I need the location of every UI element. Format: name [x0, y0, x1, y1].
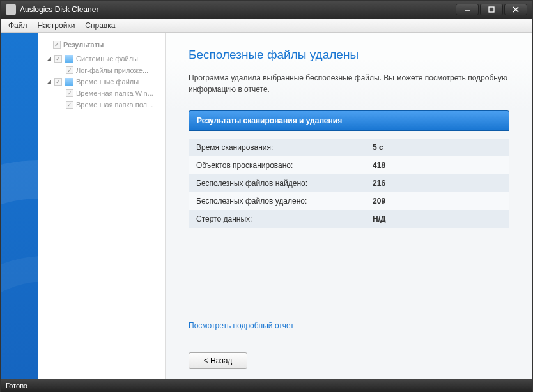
- titlebar[interactable]: Auslogics Disk Cleaner: [1, 1, 532, 19]
- button-bar: < Назад: [189, 343, 509, 369]
- checkbox-icon[interactable]: ✓: [66, 89, 73, 97]
- checkbox-icon[interactable]: ✓: [66, 101, 73, 109]
- tree-label: Лог-файлы приложе...: [76, 66, 148, 74]
- checkbox-icon[interactable]: ✓: [54, 78, 62, 86]
- folder-icon: [65, 78, 73, 86]
- content-panel: Бесполезные файлы удалены Программа удал…: [166, 33, 532, 379]
- window-title: Auslogics Disk Cleaner: [20, 5, 456, 14]
- tree-results[interactable]: ✓ Результаты: [40, 39, 162, 50]
- tree-panel: ✓ Результаты ◢ ✓ Системные файлы ✓ Лог-ф…: [38, 33, 166, 379]
- menu-file[interactable]: Файл: [3, 20, 33, 31]
- status-text: Готово: [6, 382, 27, 389]
- table-row: Объектов просканировано: 418: [189, 156, 509, 174]
- app-window: Auslogics Disk Cleaner Файл Настройки Сп…: [0, 0, 533, 392]
- tree-temp-user[interactable]: ✓ Временная папка пол...: [40, 99, 162, 110]
- tree-label: Временные файлы: [76, 78, 139, 86]
- menubar: Файл Настройки Справка: [1, 19, 532, 33]
- menu-settings[interactable]: Настройки: [33, 20, 81, 31]
- app-icon: [6, 4, 16, 15]
- tree-log-files[interactable]: ✓ Лог-файлы приложе...: [40, 64, 162, 76]
- page-heading: Бесполезные файлы удалены: [189, 48, 509, 62]
- result-value: 5 с: [365, 139, 509, 156]
- result-value: 418: [365, 156, 509, 174]
- expand-icon[interactable]: ◢: [47, 79, 53, 85]
- table-row: Стерто данных: Н/Д: [189, 210, 509, 228]
- tree-label: Временная папка Win...: [76, 89, 153, 97]
- minimize-button[interactable]: [456, 4, 479, 15]
- result-label: Время сканирования:: [189, 139, 365, 156]
- result-label: Объектов просканировано:: [189, 156, 365, 174]
- tree-label: Результаты: [63, 41, 104, 49]
- folder-icon: [65, 55, 73, 63]
- table-row: Бесполезных файлов удалено: 209: [189, 192, 509, 210]
- result-label: Бесполезных файлов удалено:: [189, 192, 365, 210]
- result-label: Бесполезных файлов найдено:: [189, 174, 365, 192]
- detailed-report-link[interactable]: Посмотреть подробный отчет: [189, 321, 509, 330]
- checkbox-icon[interactable]: ✓: [53, 41, 61, 49]
- tree-temp-files[interactable]: ◢ ✓ Временные файлы: [40, 76, 162, 87]
- tree-label: Временная папка пол...: [76, 101, 153, 109]
- result-value: Н/Д: [365, 210, 509, 228]
- statusbar: Готово: [1, 379, 532, 392]
- results-table: Время сканирования: 5 с Объектов проскан…: [189, 139, 509, 228]
- window-controls: [456, 4, 527, 15]
- menu-help[interactable]: Справка: [80, 20, 120, 31]
- table-row: Бесполезных файлов найдено: 216: [189, 174, 509, 192]
- table-row: Время сканирования: 5 с: [189, 139, 509, 156]
- maximize-button[interactable]: [480, 4, 503, 15]
- close-button[interactable]: [504, 4, 527, 15]
- result-value: 209: [365, 192, 509, 210]
- main-area: ✓ Результаты ◢ ✓ Системные файлы ✓ Лог-ф…: [1, 33, 532, 379]
- results-header: Результаты сканирования и удаления: [189, 110, 509, 131]
- back-button[interactable]: < Назад: [189, 352, 247, 369]
- checkbox-icon[interactable]: ✓: [66, 66, 73, 74]
- sidebar-decoration: [1, 33, 38, 379]
- result-value: 216: [365, 174, 509, 192]
- result-label: Стерто данных:: [189, 210, 365, 228]
- page-description: Программа удалила выбранные бесполезные …: [189, 72, 509, 95]
- checkbox-icon[interactable]: ✓: [54, 55, 62, 63]
- svg-rect-1: [489, 7, 494, 12]
- expand-icon[interactable]: ◢: [47, 56, 53, 62]
- tree-system-files[interactable]: ◢ ✓ Системные файлы: [40, 53, 162, 64]
- tree-temp-win[interactable]: ✓ Временная папка Win...: [40, 87, 162, 99]
- tree-label: Системные файлы: [76, 55, 138, 63]
